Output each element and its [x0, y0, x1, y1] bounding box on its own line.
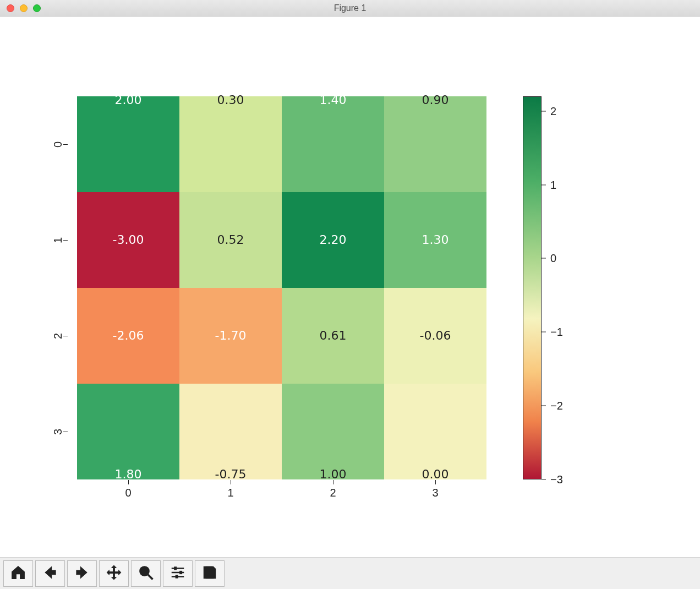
- back-button[interactable]: [35, 560, 65, 587]
- zoom-window-button[interactable]: [33, 4, 41, 12]
- x-tick: 2: [282, 487, 384, 499]
- home-button[interactable]: [3, 560, 33, 587]
- colorbar-tick: 2: [542, 105, 556, 117]
- y-tick-label: 1: [52, 237, 64, 243]
- svg-rect-5: [174, 567, 177, 570]
- x-tick: 3: [384, 487, 486, 499]
- heatmap-cell: 1.00: [282, 384, 384, 479]
- matplotlib-toolbar: [0, 557, 700, 589]
- magnifier-icon: [138, 564, 154, 583]
- heatmap-cell: 2.20: [282, 192, 384, 288]
- colorbar-tick-label: 2: [550, 105, 556, 117]
- heatmap-cell: -1.70: [179, 288, 282, 384]
- svg-rect-7: [176, 575, 178, 578]
- move-icon: [106, 564, 122, 583]
- colorbar-tick-label: 1: [550, 178, 556, 191]
- colorbar-tick: 1: [542, 178, 556, 191]
- y-tick: 1: [55, 192, 61, 288]
- heatmap-cell-label: 0.00: [422, 468, 449, 481]
- heatmap-cell-label: 0.61: [320, 330, 347, 342]
- heatmap-cell: 0.00: [384, 384, 486, 479]
- heatmap-cell-label: -0.06: [420, 330, 451, 342]
- svg-rect-8: [206, 567, 212, 570]
- heatmap-cell-label: 2.20: [320, 234, 347, 246]
- zoom-button[interactable]: [131, 560, 161, 587]
- y-tick-label: 2: [52, 332, 64, 339]
- forward-arrow-icon: [74, 564, 90, 583]
- svg-line-1: [148, 574, 153, 579]
- heatmap-cell-label: 1.30: [422, 234, 449, 246]
- heatmap-cell-label: 0.30: [217, 94, 244, 106]
- heatmap-plot: 2.000.301.400.90-3.000.522.201.30-2.06-1…: [77, 96, 486, 479]
- colorbar-tick-label: 0: [550, 252, 556, 265]
- heatmap-cell-label: 0.90: [422, 94, 449, 106]
- heatmap-cell-label: 0.52: [217, 234, 244, 246]
- window-title: Figure 1: [0, 3, 700, 13]
- figure-canvas: 2.000.301.400.90-3.000.522.201.30-2.06-1…: [0, 17, 700, 557]
- colorbar: 210−1−2−3: [523, 96, 571, 479]
- heatmap-cell: -3.00: [77, 192, 179, 288]
- back-arrow-icon: [42, 564, 58, 583]
- pan-button[interactable]: [99, 560, 129, 587]
- heatmap-cell-label: 1.40: [320, 94, 347, 106]
- configure-subplots-button[interactable]: [163, 560, 193, 587]
- heatmap-cell: -0.06: [384, 288, 486, 384]
- y-tick-label: 0: [52, 141, 64, 147]
- y-tick: 0: [55, 96, 61, 192]
- x-tick: 1: [179, 487, 282, 499]
- heatmap-cell: 0.30: [179, 96, 282, 192]
- heatmap-cell-label: 1.80: [115, 468, 142, 481]
- home-icon: [10, 564, 26, 583]
- svg-point-0: [140, 567, 149, 575]
- x-tick: 0: [77, 487, 179, 499]
- colorbar-tick: −1: [542, 326, 563, 339]
- sliders-icon: [169, 564, 186, 583]
- svg-rect-9: [206, 573, 214, 578]
- y-tick: 3: [55, 384, 61, 479]
- heatmap-cell-label: -2.06: [113, 330, 144, 342]
- forward-button[interactable]: [67, 560, 97, 587]
- colorbar-tick: −2: [542, 400, 563, 412]
- heatmap-cell-label: 2.00: [115, 94, 142, 106]
- heatmap-cell: 1.40: [282, 96, 384, 192]
- colorbar-tick-label: −1: [550, 326, 563, 339]
- heatmap-cell: -2.06: [77, 288, 179, 384]
- heatmap-cell-label: -1.70: [215, 330, 247, 342]
- save-button[interactable]: [195, 560, 225, 587]
- window-titlebar: Figure 1: [0, 0, 700, 17]
- heatmap-cell: -0.75: [179, 384, 282, 479]
- heatmap-cell: 1.80: [77, 384, 179, 479]
- heatmap-cell-label: -3.00: [113, 234, 144, 246]
- y-tick: 2: [55, 288, 61, 384]
- heatmap-cell: 0.52: [179, 192, 282, 288]
- heatmap-cell: 0.90: [384, 96, 486, 192]
- x-axis-ticks: 0123: [77, 487, 486, 499]
- y-tick-label: 3: [52, 428, 64, 434]
- colorbar-tick-label: −3: [550, 473, 563, 486]
- colorbar-tick: −3: [542, 473, 563, 486]
- heatmap-cell-label: 1.00: [320, 468, 347, 481]
- window-controls: [7, 4, 41, 12]
- heatmap-cell: 1.30: [384, 192, 486, 288]
- heatmap-cell: 0.61: [282, 288, 384, 384]
- colorbar-tick: 0: [542, 252, 556, 265]
- heatmap-cell: 2.00: [77, 96, 179, 192]
- svg-rect-6: [180, 571, 182, 574]
- save-icon: [201, 564, 218, 583]
- minimize-window-button[interactable]: [20, 4, 28, 12]
- close-window-button[interactable]: [7, 4, 14, 12]
- heatmap-cell-label: -0.75: [215, 468, 247, 481]
- y-axis-ticks: 0123: [55, 96, 61, 479]
- colorbar-tick-label: −2: [550, 400, 563, 412]
